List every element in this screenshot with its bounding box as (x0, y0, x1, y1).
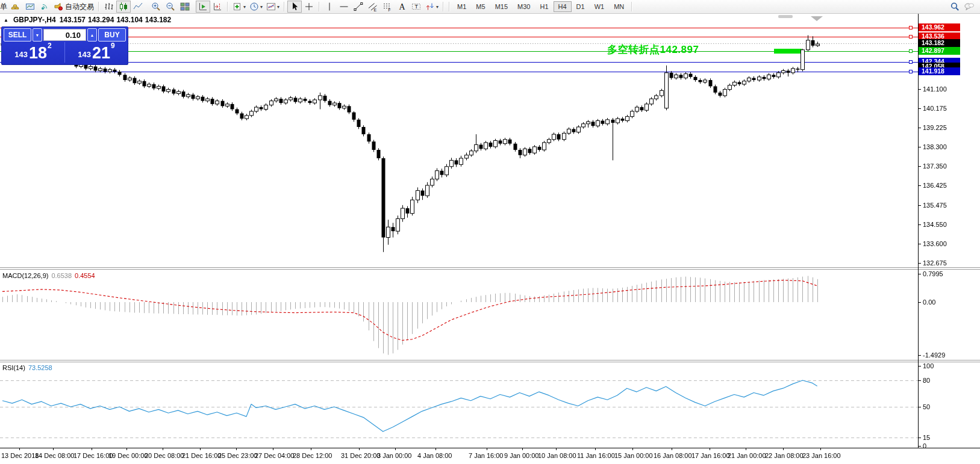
bid-price[interactable]: 143 18 2 (2, 42, 65, 63)
cursor-button[interactable] (287, 1, 302, 13)
toolbar-group (196, 0, 225, 13)
fibonacci-icon: F (382, 2, 392, 11)
timeframe-h4-button[interactable]: H4 (554, 1, 572, 12)
volume-down-button[interactable]: ▼ (33, 28, 42, 42)
timeframe-w1-button[interactable]: W1 (590, 1, 610, 12)
rsi-header: RSI(14)73.5258 (2, 364, 52, 371)
panel-collapse-icon[interactable]: ▲ (4, 17, 8, 23)
timeframe-m30-button[interactable]: M30 (513, 1, 535, 12)
text-icon: A (397, 2, 407, 11)
sell-button[interactable]: SELL (4, 28, 31, 42)
timeframe-m15-button[interactable]: M15 (490, 1, 513, 12)
rsi-title: RSI(14) (2, 364, 25, 371)
ohlc-low: 143.104 (116, 16, 142, 24)
fibonacci-button[interactable]: F (380, 1, 395, 13)
equidistant-channel-button[interactable]: E (366, 1, 380, 13)
bid-prefix: 143 (14, 49, 28, 61)
crosshair-button[interactable] (302, 1, 316, 13)
toolbar-separator (98, 2, 99, 11)
chart-canvas[interactable] (0, 0, 980, 464)
toolbar-group (102, 0, 145, 13)
text-button[interactable]: A (395, 1, 409, 13)
text-label-icon: T (411, 2, 421, 11)
price-level-chip: 143.962 (919, 23, 960, 31)
horizontal-line-button[interactable] (337, 1, 351, 13)
toolbar-group: ▾▾▾ (231, 0, 281, 13)
symbol-title: GBPJPY-,H4 (13, 16, 56, 24)
search-icon (950, 2, 960, 11)
candles-icon (119, 2, 128, 11)
price-level-chip: 142.897 (919, 47, 960, 55)
zoom-out-button[interactable] (163, 1, 178, 13)
candles-button[interactable] (116, 1, 131, 13)
auto-scroll-icon (198, 2, 208, 11)
ohlc-open: 143.157 (60, 16, 86, 24)
volume-up-button[interactable]: ▲ (87, 28, 97, 42)
cursor-icon (290, 2, 299, 11)
volume-input[interactable]: 0.10 (43, 29, 86, 41)
auto-trading-button[interactable]: 自动交易 (52, 1, 96, 13)
tile-windows-icon (180, 2, 190, 11)
buy-button[interactable]: BUY (98, 28, 126, 42)
chart-window-icon (25, 2, 35, 11)
tile-windows-button[interactable] (178, 1, 192, 13)
auto-scroll-button[interactable] (196, 1, 210, 13)
chevron-down-icon[interactable]: ▾ (436, 4, 439, 10)
zoom-in-button[interactable] (149, 1, 163, 13)
toolbar-right-icons (947, 0, 976, 13)
vertical-line-button[interactable] (322, 1, 337, 13)
horizontal-line-icon (339, 2, 349, 11)
timeframe-m5-button[interactable]: M5 (471, 1, 490, 12)
arrows-button[interactable]: ▾ (423, 1, 440, 13)
toolbar-separator (319, 2, 320, 11)
chevron-down-icon[interactable]: ▾ (243, 4, 246, 10)
clipped-toolbar-label: 单 (0, 2, 7, 12)
auto-trading-label: 自动交易 (65, 2, 94, 12)
toolbar-separator (631, 2, 632, 11)
line-chart-button[interactable] (131, 1, 145, 13)
vertical-line-icon (325, 2, 334, 11)
periods-button[interactable]: ▾ (248, 1, 264, 13)
ohlc-high: 143.294 (88, 16, 114, 24)
crosshair-icon (304, 2, 314, 11)
auto-trading-icon (54, 2, 63, 11)
bar-chart-button[interactable] (102, 1, 116, 13)
timeframe-h1-button[interactable]: H1 (535, 1, 553, 12)
ask-sup: 9 (111, 42, 115, 49)
macd-title: MACD(12,26,9) (2, 272, 48, 279)
timeframe-m1-button[interactable]: M1 (452, 1, 471, 12)
chart-shift-marker-icon[interactable] (811, 16, 823, 21)
chart-shift-icon (213, 2, 222, 11)
arrows-icon (425, 2, 435, 11)
toolbar-separator (284, 2, 285, 11)
ask-price[interactable]: 143 21 9 (65, 42, 128, 63)
chat-button[interactable] (962, 1, 976, 13)
signal-button[interactable] (37, 1, 52, 13)
timeframe-d1-button[interactable]: D1 (572, 1, 590, 12)
text-label-button[interactable]: T (409, 1, 423, 13)
line-chart-icon (133, 2, 143, 11)
chevron-down-icon[interactable]: ▾ (260, 4, 263, 10)
toolbar-group (287, 0, 316, 13)
chart-shift-button[interactable] (210, 1, 225, 13)
trend-line-icon (354, 2, 363, 11)
toolbar-group: 自动交易 (8, 0, 96, 13)
gold-bars-button[interactable] (8, 1, 23, 13)
search-button[interactable] (947, 1, 962, 13)
trend-line-button[interactable] (351, 1, 366, 13)
chart-window-button[interactable] (23, 1, 37, 13)
bar-chart-icon (104, 2, 114, 11)
new-chart-button[interactable]: ▾ (231, 1, 248, 13)
templates-button[interactable]: ▾ (264, 1, 281, 13)
signal-icon (40, 2, 49, 11)
timeframe-mn-button[interactable]: MN (609, 1, 629, 12)
turning-point-annotation[interactable]: 多空转折点142.897 (607, 43, 699, 57)
toolbar-separator (443, 2, 444, 11)
chart-header: ▲ GBPJPY-,H4 143.157 143.294 143.104 143… (4, 16, 171, 24)
macd-signal-value: 0.4554 (75, 272, 95, 279)
one-click-trade-panel: SELL ▼ 0.10 ▲ BUY 143 18 2 143 21 9 (1, 26, 128, 65)
bid-sup: 2 (48, 42, 52, 49)
toolbar-separator (449, 2, 450, 11)
chevron-down-icon[interactable]: ▾ (277, 4, 279, 10)
horizontal-scrollbar-thumb[interactable] (778, 15, 793, 18)
